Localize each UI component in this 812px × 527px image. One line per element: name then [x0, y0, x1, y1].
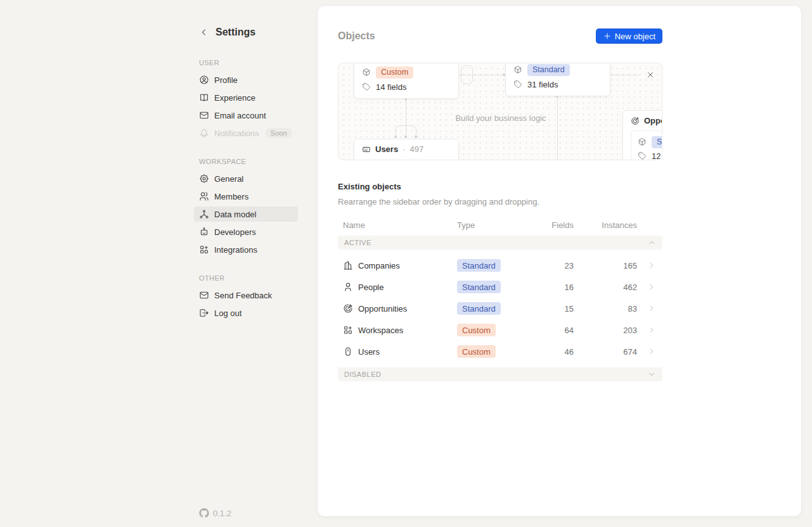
column-header-fields: Fields — [536, 220, 574, 230]
tag-icon — [362, 82, 371, 91]
sidebar-item-label: Data model — [214, 210, 256, 219]
instances-count: 165 — [574, 261, 637, 270]
target-icon — [343, 303, 353, 314]
existing-objects-subtitle: Rearrange the sidebar order by dragging … — [338, 196, 662, 208]
cube-icon — [513, 65, 522, 74]
objects-table-header: NameTypeFieldsInstances — [338, 216, 662, 234]
cube-icon — [638, 137, 647, 146]
object-name: People — [358, 283, 383, 292]
chevron-down-icon — [647, 370, 656, 379]
type-tag: Standard — [652, 136, 662, 148]
keyboard-icon — [362, 145, 371, 154]
close-icon — [646, 70, 655, 79]
fields-count: 12 fields — [652, 151, 662, 161]
cube-icon — [362, 68, 371, 77]
sidebar-item-integrations[interactable]: Integrations — [194, 242, 298, 257]
banner-node-standard: Standard 31 fields — [505, 63, 610, 96]
type-tag: Standard — [457, 302, 501, 315]
sidebar-item-notifications[interactable]: NotificationsSoon — [194, 125, 298, 141]
banner-subcard: Standard 12 fields — [631, 130, 662, 160]
sidebar-item-developers[interactable]: Developers — [194, 224, 298, 239]
column-header-name: Name — [338, 220, 447, 230]
plus-icon — [603, 32, 612, 41]
instances-count: 462 — [574, 283, 637, 292]
column-header-type: Type — [447, 220, 536, 230]
instance-count: 497 — [409, 144, 423, 154]
fields-count: 16 — [536, 283, 574, 292]
mail-icon — [199, 110, 209, 120]
sidebar-item-label: Log out — [214, 308, 242, 318]
chevron-right-icon — [647, 326, 656, 334]
table-row-users[interactable]: UsersCustom46674 — [338, 341, 662, 362]
banner-close-button[interactable] — [643, 67, 658, 82]
group-label: ACTIVE — [344, 239, 371, 246]
fields-count: 31 fields — [527, 80, 558, 89]
chevron-up-icon — [647, 238, 656, 247]
new-object-button[interactable]: New object — [596, 29, 662, 44]
banner-node-users: Users · 497 — [354, 139, 459, 160]
connector-dot — [415, 136, 417, 138]
settings-sidebar: Settings USERProfileExperienceEmail acco… — [194, 0, 298, 527]
book-icon — [199, 92, 209, 103]
object-name: Opportunities — [358, 304, 407, 314]
banner-node-custom: Custom 14 fields — [354, 63, 459, 99]
chevron-right-icon — [647, 261, 656, 270]
main-panel: Objects New object — [317, 5, 802, 517]
mail-icon — [199, 290, 209, 300]
object-name: Users — [358, 347, 380, 357]
sidebar-item-send-feedback[interactable]: Send Feedback — [194, 288, 298, 303]
type-tag: Custom — [376, 67, 413, 79]
sidebar-item-general[interactable]: General — [194, 171, 298, 186]
hierarchy-icon — [199, 209, 209, 219]
table-row-workspaces[interactable]: WorkspacesCustom64203 — [338, 319, 662, 341]
instances-count: 674 — [574, 347, 637, 357]
table-row-people[interactable]: PeopleStandard16462 — [338, 276, 662, 298]
instances-count: 83 — [574, 304, 637, 314]
soon-badge: Soon — [266, 128, 292, 138]
group-label: DISABLED — [344, 371, 381, 378]
sidebar-item-email-account[interactable]: Email account — [194, 108, 298, 123]
table-row-companies[interactable]: CompaniesStandard23165 — [338, 255, 662, 276]
data-model-banner: Custom 14 fields Standard 31 fields — [338, 63, 662, 160]
back-chevron-icon[interactable] — [199, 27, 209, 37]
apps-icon — [199, 244, 209, 255]
section-label-workspace: WORKSPACE — [194, 158, 298, 165]
type-tag: Custom — [457, 324, 496, 336]
column-header-instances: Instances — [574, 220, 637, 230]
sidebar-item-label: Experience — [214, 93, 255, 103]
app-version[interactable]: 0.1.2 — [199, 508, 231, 518]
connector-dot — [394, 136, 397, 138]
github-icon — [199, 508, 209, 518]
gear-icon — [199, 174, 209, 184]
fields-count: 23 — [536, 261, 574, 270]
connector-line — [610, 75, 640, 75]
type-tag: Standard — [457, 259, 501, 272]
apps-icon — [343, 325, 353, 335]
group-bar-active[interactable]: ACTIVE — [338, 236, 662, 250]
sidebar-item-members[interactable]: Members — [194, 189, 298, 204]
type-tag: Standard — [457, 281, 501, 293]
sidebar-item-label: Developers — [214, 227, 256, 237]
person-icon — [343, 282, 353, 292]
chevron-right-icon — [647, 283, 656, 291]
robot-icon — [199, 227, 209, 237]
sidebar-item-log-out[interactable]: Log out — [194, 305, 298, 321]
sidebar-item-label: Integrations — [214, 245, 257, 255]
settings-header: Settings — [194, 27, 298, 38]
logout-icon — [199, 308, 209, 318]
sidebar-item-experience[interactable]: Experience — [194, 90, 298, 105]
banner-message: Build your business logic — [338, 113, 662, 123]
bell-icon — [199, 128, 209, 138]
mouse-icon — [343, 346, 353, 357]
user-circle-icon — [199, 75, 209, 85]
instances-count: 203 — [574, 326, 637, 335]
sidebar-item-profile[interactable]: Profile — [194, 72, 298, 87]
sidebar-sections: USERProfileExperienceEmail accountNotifi… — [194, 59, 298, 321]
group-bar-disabled[interactable]: DISABLED — [338, 367, 662, 381]
fields-count: 14 fields — [376, 82, 406, 92]
connector-loop — [461, 65, 473, 84]
object-name: Companies — [358, 261, 400, 270]
table-row-opportunities[interactable]: OpportunitiesStandard1583 — [338, 298, 662, 319]
sidebar-item-data-model[interactable]: Data model — [194, 206, 298, 222]
type-tag: Custom — [457, 345, 496, 358]
